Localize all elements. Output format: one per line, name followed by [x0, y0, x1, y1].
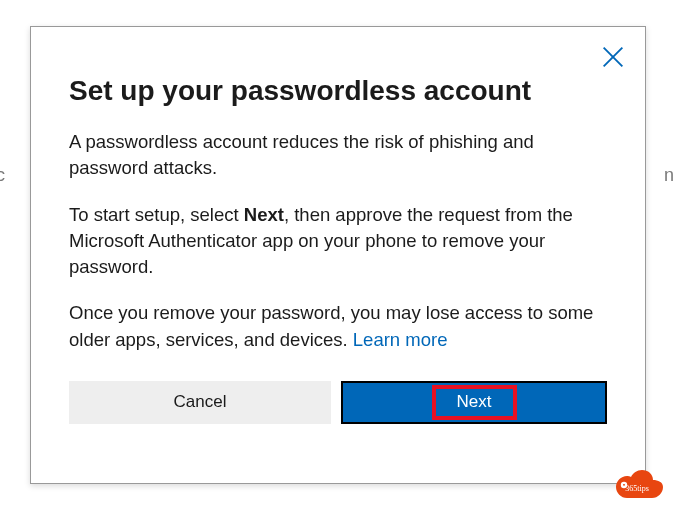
- close-button[interactable]: [599, 43, 627, 71]
- dialog-body: A passwordless account reduces the risk …: [69, 129, 607, 353]
- dialog-title: Set up your passwordless account: [69, 75, 607, 107]
- badge-text: 365tips: [625, 484, 649, 493]
- next-button-label: Next: [457, 392, 492, 412]
- next-button[interactable]: Next: [341, 381, 607, 424]
- learn-more-link[interactable]: Learn more: [353, 329, 448, 350]
- backdrop-text-right: np: [664, 165, 674, 186]
- para2-bold-next: Next: [244, 204, 284, 225]
- passwordless-setup-dialog: Set up your passwordless account A passw…: [30, 26, 646, 484]
- paragraph-1: A passwordless account reduces the risk …: [69, 129, 607, 182]
- cloud-icon: 365tips: [608, 465, 666, 503]
- paragraph-2: To start setup, select Next, then approv…: [69, 202, 607, 281]
- para2-text-a: To start setup, select: [69, 204, 244, 225]
- paragraph-3: Once you remove your password, you may l…: [69, 300, 607, 353]
- button-row: Cancel Next: [69, 381, 607, 424]
- backdrop-text-left: rec: [0, 165, 5, 186]
- svg-rect-3: [623, 484, 625, 486]
- site-badge: 365tips: [608, 465, 666, 503]
- para3-text: Once you remove your password, you may l…: [69, 302, 593, 349]
- close-icon: [599, 43, 627, 71]
- cancel-button[interactable]: Cancel: [69, 381, 331, 424]
